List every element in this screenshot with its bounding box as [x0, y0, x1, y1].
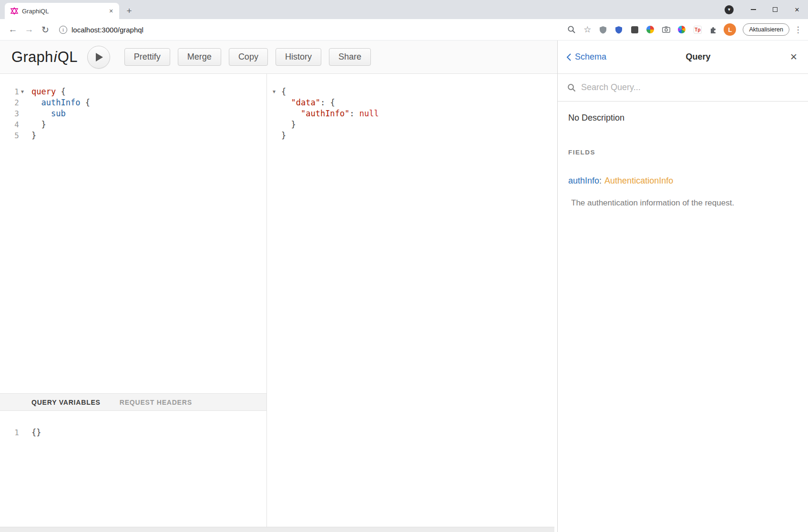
new-tab-button[interactable]: +: [122, 4, 136, 18]
doc-explorer-panel: Schema Query ✕ No Description FIELDS aut…: [557, 41, 808, 532]
tp-extension-icon[interactable]: Tp: [691, 23, 704, 36]
colorful-circle-extension-icon[interactable]: [644, 23, 657, 36]
browser-window: GraphiQL ✕ + ▾ ✕ ← → ↻ i localhost:3000/…: [0, 0, 808, 532]
url-text[interactable]: localhost:3000/graphql: [72, 26, 143, 34]
prettify-button[interactable]: Prettify: [124, 48, 170, 66]
field-row: authInfo:AuthenticationInfo: [568, 176, 798, 186]
field-type-link[interactable]: AuthenticationInfo: [604, 176, 673, 185]
variables-editor[interactable]: 1 {}: [0, 411, 266, 532]
maximize-icon: [773, 7, 777, 12]
bookmark-star-icon[interactable]: ☆: [581, 23, 594, 36]
puzzle-extensions-icon[interactable]: [706, 23, 720, 36]
doc-title: Query: [606, 52, 790, 62]
back-button[interactable]: ←: [6, 22, 20, 37]
window-maximize-button[interactable]: [764, 0, 786, 19]
query-editor-code[interactable]: query { authInfo { sub }}: [27, 74, 90, 393]
field-colon: :: [599, 176, 602, 185]
variables-editor-code[interactable]: {}: [27, 411, 41, 532]
no-description-text: No Description: [568, 113, 798, 123]
fold-arrow-icon[interactable]: ▾: [273, 88, 276, 95]
address-bar[interactable]: i localhost:3000/graphql: [59, 26, 143, 34]
graphql-favicon-icon: [10, 7, 18, 15]
variables-tab-bar: QUERY VARIABLES REQUEST HEADERS: [0, 393, 266, 411]
browser-profile-badge-icon[interactable]: ▾: [725, 5, 734, 14]
address-toolbar: ← → ↻ i localhost:3000/graphql ☆ Tp: [0, 19, 808, 41]
doc-close-icon[interactable]: ✕: [790, 51, 798, 62]
blue-shield-extension-icon[interactable]: [612, 23, 625, 36]
tab-query-variables[interactable]: QUERY VARIABLES: [31, 399, 101, 406]
shield-extension-icon[interactable]: [596, 23, 610, 36]
execute-button[interactable]: [87, 46, 110, 69]
window-minimize-button[interactable]: [742, 0, 764, 19]
doc-search-input[interactable]: [581, 82, 743, 92]
result-viewer-code: { "data": { "authInfo": null }}: [281, 86, 557, 141]
doc-search-row: [558, 74, 808, 102]
tab-close-icon[interactable]: ✕: [107, 7, 115, 15]
field-description: The authentication information of the re…: [568, 198, 798, 208]
update-button[interactable]: Aktualisieren: [743, 23, 789, 36]
field-name-link[interactable]: authInfo: [568, 176, 599, 185]
pinwheel-extension-icon[interactable]: [675, 23, 688, 36]
close-icon: ✕: [795, 6, 800, 13]
graphiql-toolbar: GraphiQL Prettify Merge Copy History Sha…: [0, 41, 557, 74]
query-editor[interactable]: 12345 query { authInfo { sub }} ▾: [0, 74, 266, 393]
play-icon: [96, 53, 103, 61]
query-editor-gutter: 12345: [0, 74, 27, 393]
variables-editor-gutter: 1: [0, 411, 27, 532]
history-button[interactable]: History: [276, 48, 321, 66]
query-pane: 12345 query { authInfo { sub }} ▾ QUERY …: [0, 74, 267, 532]
minimize-icon: [751, 9, 756, 10]
doc-back-label: Schema: [575, 52, 606, 62]
dark-square-extension-icon[interactable]: [628, 23, 641, 36]
result-viewer[interactable]: ▾ { "data": { "authInfo": null }}: [267, 74, 557, 532]
chevron-left-icon: [566, 53, 572, 61]
reload-button[interactable]: ↻: [38, 22, 52, 37]
tab-strip: GraphiQL ✕ + ▾ ✕: [0, 0, 808, 19]
camera-extension-icon[interactable]: [659, 23, 673, 36]
window-close-button[interactable]: ✕: [786, 0, 808, 19]
graphiql-logo: GraphiQL: [11, 49, 78, 66]
site-info-icon[interactable]: i: [59, 26, 67, 34]
doc-explorer-header: Schema Query ✕: [558, 41, 808, 74]
doc-back-link[interactable]: Schema: [566, 52, 606, 62]
merge-button[interactable]: Merge: [178, 48, 221, 66]
copy-button[interactable]: Copy: [229, 48, 268, 66]
zoom-icon[interactable]: [565, 23, 578, 36]
tab-request-headers[interactable]: REQUEST HEADERS: [120, 399, 192, 406]
fold-arrow-icon[interactable]: ▾: [21, 88, 24, 95]
tab-title: GraphiQL: [22, 8, 103, 15]
search-icon: [567, 83, 576, 92]
forward-button[interactable]: →: [22, 22, 36, 37]
browser-menu-icon[interactable]: ⋮: [793, 25, 803, 35]
browser-tab[interactable]: GraphiQL ✕: [5, 3, 119, 19]
browser-avatar[interactable]: L: [724, 23, 736, 36]
horizontal-scrollbar[interactable]: [0, 527, 554, 532]
fields-section-header: FIELDS: [568, 149, 798, 156]
share-button[interactable]: Share: [329, 48, 371, 66]
